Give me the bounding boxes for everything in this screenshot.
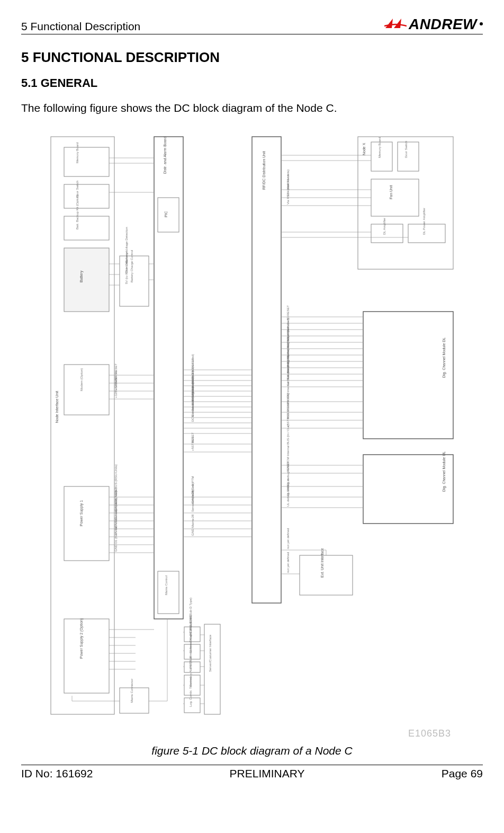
label-mains-control: Mains Control xyxy=(165,575,168,595)
label-memory-board-right: Memory Board xyxy=(378,137,381,158)
svg-rect-17 xyxy=(184,698,200,713)
svg-text:not yet defined: not yet defined xyxy=(286,552,290,573)
svg-text:+28: +28 xyxy=(191,514,194,520)
svg-text:+5STBUS: +5STBUS xyxy=(191,437,194,451)
header-section-label: 5 Functional Description xyxy=(21,20,140,33)
svg-text:Mains: Mains xyxy=(191,519,194,528)
wiring-lines xyxy=(72,155,408,704)
section-heading: 5 FUNCTIONAL DESCRIPTION xyxy=(21,49,483,66)
label-batt-backup: Batt. Backup Kit (Option) xyxy=(76,194,79,229)
svg-rect-13 xyxy=(184,627,200,642)
svg-text:GND: GND xyxy=(114,544,118,552)
signal-labels-right: Fan Alarm 12V (to RSU-Units) Via RSU-Uni… xyxy=(286,170,290,573)
svg-rect-10 xyxy=(158,571,179,614)
svg-text:+12BUS/GND: +12BUS/GND xyxy=(114,378,118,398)
label-modem-option: Modem (Option) xyxy=(80,368,83,391)
block-diagram-svg: Node Interface Unit Memory Board Door Sw… xyxy=(40,126,464,725)
svg-text:DCM Internal BUS (In / Out): DCM Internal BUS (In / Out) xyxy=(191,382,194,422)
label-dl-power-amplifier: DL Power Amplifier xyxy=(422,208,426,235)
svg-rect-4 xyxy=(64,248,109,312)
label-rf-dc-distribution: RF/DC Distribution Unit xyxy=(262,151,266,190)
svg-rect-27 xyxy=(363,312,453,439)
logo-dot-icon xyxy=(480,22,483,25)
svg-rect-20 xyxy=(300,555,353,595)
label-summary-alarm: Summary Alarm (Potential-free Relay Cont… xyxy=(189,615,192,687)
footer-page: Page 69 xyxy=(442,767,483,780)
svg-rect-16 xyxy=(184,675,200,695)
label-pic: PIC xyxy=(164,211,168,217)
svg-rect-19 xyxy=(252,137,281,603)
label-ext-unit-interface: Ext. Unit Interface xyxy=(320,548,324,578)
svg-rect-11 xyxy=(120,256,149,306)
label-battery-charge-control: Battery Charge Control xyxy=(130,250,133,282)
svg-rect-15 xyxy=(184,662,200,672)
signal-labels-left: ALA-BUS (RSU-Units) Ext. AC/DC SenseOff(… xyxy=(114,227,128,552)
svg-rect-18 xyxy=(120,688,149,713)
brand-logo: ANDREW xyxy=(384,16,483,33)
label-node-interface-unit: Node Interface Unit xyxy=(55,391,59,423)
figure-caption: figure 5-1 DC block diagram of a Node C xyxy=(21,745,483,757)
svg-rect-2 xyxy=(64,184,109,208)
svg-rect-23 xyxy=(398,142,419,171)
svg-text:GND: GND xyxy=(191,528,194,536)
svg-rect-14 xyxy=(184,644,200,659)
svg-rect-9 xyxy=(158,198,179,232)
label-server-customer-interface: Server/Customer Interface xyxy=(209,634,212,672)
label-dl-amplifier: DL Amplifier xyxy=(383,218,386,235)
svg-rect-26 xyxy=(408,224,445,243)
svg-rect-25 xyxy=(371,224,403,243)
svg-rect-3 xyxy=(64,216,109,240)
svg-rect-5 xyxy=(64,365,109,415)
logo-text: ANDREW xyxy=(409,16,477,33)
svg-rect-7 xyxy=(64,619,109,693)
svg-text:UL debug GND: UL debug GND xyxy=(286,485,290,507)
svg-text:5V (to RSU-Unit): 5V (to RSU-Unit) xyxy=(125,260,128,284)
label-dig-channel-dl: Dig. Channel Module DL xyxy=(442,338,446,378)
svg-rect-22 xyxy=(371,142,392,171)
svg-text:D1 (from via RSU-Units): D1 (from via RSU-Units) xyxy=(114,509,118,544)
svg-rect-6 xyxy=(64,486,109,561)
label-memory-board-left: Memory Board xyxy=(76,143,79,163)
svg-rect-12 xyxy=(204,624,220,714)
svg-rect-1 xyxy=(64,147,109,176)
label-log-combi: Log. Combi. Terminal xyxy=(189,677,192,707)
footer-id: ID No: 161692 xyxy=(21,767,93,780)
svg-rect-28 xyxy=(363,455,453,524)
label-mains-connector: Mains Connector xyxy=(130,679,133,703)
label-battery: Battery xyxy=(79,270,84,282)
page-footer: ID No: 161692 PRELIMINARY Page 69 xyxy=(21,765,483,780)
diagram-id-label: E1065B3 xyxy=(21,728,483,739)
block-diagram-figure: Node Interface Unit Memory Board Door Sw… xyxy=(21,126,483,725)
label-fan-unit: Fan Unit xyxy=(389,185,393,199)
label-node-x: Node X xyxy=(362,143,366,155)
signal-labels-middle: RESET +5D RxD TxD Ext. Alarm 2 In (not u… xyxy=(191,354,194,536)
page-header: 5 Functional Description ANDREW xyxy=(21,16,483,34)
label-door-switch-right: Door Switch xyxy=(404,141,408,158)
label-power-supply-1: Power Supply 1 xyxy=(79,500,84,526)
label-power-supply-2: Power Supply 2 (Option) xyxy=(79,618,84,659)
subsection-heading: 5.1 GENERAL xyxy=(21,76,483,90)
footer-status: PRELIMINARY xyxy=(230,767,305,780)
svg-text:RESET: RESET xyxy=(286,305,290,316)
svg-rect-24 xyxy=(371,179,419,216)
svg-text:not yet defined: not yet defined xyxy=(286,528,290,549)
svg-text:SenseOff(RxD): SenseOff(RxD) xyxy=(191,490,194,512)
intro-paragraph: The following figure shows the DC block … xyxy=(21,102,483,114)
logo-mark-icon xyxy=(384,16,407,32)
label-distr-alarm-board: Distr. and Alarm Board xyxy=(163,137,167,174)
svg-text:Via RSU-Units: Via RSU-Units xyxy=(286,184,290,205)
label-dig-channel-ul: Dig. Channel Module UL xyxy=(442,451,446,492)
svg-text:DCM Internal BUS (In / Out): DCM Internal BUS (In / Out) xyxy=(286,424,290,464)
